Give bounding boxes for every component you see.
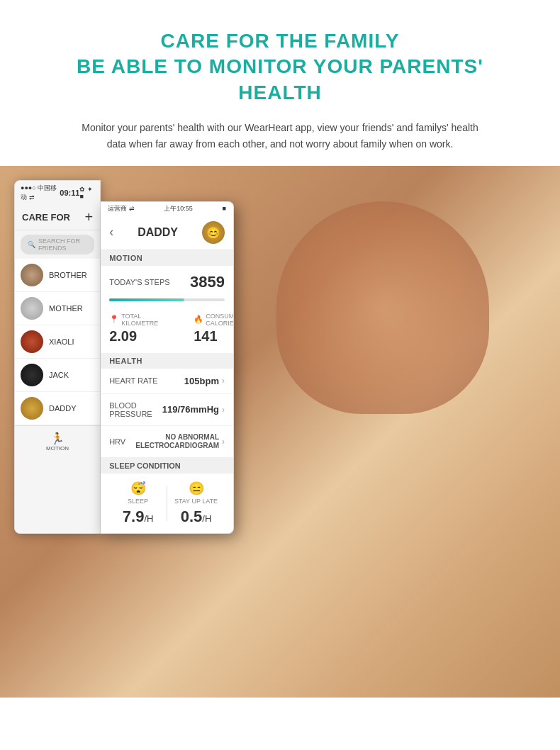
- stay-up-label: STAY UP LATE: [167, 498, 225, 505]
- main-content: ●●●○ 中国移动 ⇌ 09:11 ✿ ✦ ■ CARE FOR + 🔍 SEA…: [0, 166, 560, 698]
- list-item[interactable]: DADDY: [15, 392, 100, 425]
- daddy-avatar: [202, 221, 225, 244]
- chevron-right-icon: ›: [222, 376, 225, 386]
- contact-name: XIAOLI: [49, 337, 74, 346]
- calorie-value: 141: [194, 328, 234, 345]
- stay-up-icon: 😑: [167, 481, 225, 496]
- avatar: [21, 330, 43, 353]
- avatar: [21, 297, 43, 320]
- stats-row: 📍 TOTAL KILOMETRE 2.09 🔥 CONSUME: [101, 307, 233, 353]
- hrv-label: HRV: [109, 437, 125, 446]
- heart-rate-row[interactable]: HEART RATE 105bpm ›: [101, 369, 233, 394]
- stay-up-value: 0.5/H: [167, 508, 225, 526]
- title-line2: BE ABLE TO MONITOR YOUR PARENTS' HEALTH: [77, 55, 483, 103]
- detail-time: 上午10:55: [164, 204, 193, 213]
- blood-pressure-label: BLOOD PRESSURE: [109, 401, 162, 418]
- sleep-section-label: SLEEP CONDITION: [101, 458, 233, 474]
- list-item[interactable]: MOTHER: [15, 292, 100, 325]
- page-title: CARE FOR THE FAMILY BE ABLE TO MONITOR Y…: [43, 28, 517, 106]
- contact-list: BROTHER MOTHER XIAOLI JACK DADDY: [15, 259, 100, 425]
- list-item[interactable]: XIAOLI: [15, 325, 100, 359]
- detail-status-icons: ■: [223, 205, 226, 212]
- hrv-row[interactable]: HRV NO ABNORMALELECTROCARDIOGRAM ›: [101, 426, 233, 458]
- progress-bar-container: [101, 298, 233, 307]
- steps-label: TODAY'S STEPS: [109, 278, 169, 286]
- header-subtitle: Monitor your parents' health with our We…: [74, 120, 486, 152]
- motion-icon: 🏃: [46, 432, 69, 445]
- phone-container: ●●●○ 中国移动 ⇌ 09:11 ✿ ✦ ■ CARE FOR + 🔍 SEA…: [14, 180, 234, 534]
- status-time: 09:11: [60, 189, 79, 197]
- sleep-label: SLEEP: [109, 498, 167, 505]
- sleep-icon: 😴: [109, 481, 167, 496]
- detail-title: DADDY: [138, 226, 178, 239]
- location-icon: 📍: [109, 315, 119, 324]
- nav-title: CARE FOR: [22, 212, 70, 223]
- health-section-label: HEALTH: [101, 353, 233, 369]
- kilometre-value: 2.09: [109, 328, 158, 345]
- steps-row: TODAY'S STEPS 3859: [101, 266, 233, 298]
- blood-pressure-row[interactable]: BLOOD PRESSURE 119/76mmHg ›: [101, 394, 233, 426]
- avatar: [21, 397, 43, 420]
- sleep-hours: 😴 SLEEP 7.9/H: [109, 481, 167, 526]
- hrv-text: NO ABNORMALELECTROCARDIOGRAM: [135, 433, 219, 450]
- header-section: CARE FOR THE FAMILY BE ABLE TO MONITOR Y…: [0, 0, 560, 166]
- progress-bar-background: [109, 298, 225, 301]
- motion-section-label: MOTION: [101, 250, 233, 266]
- search-icon: 🔍: [28, 241, 35, 248]
- steps-value: 3859: [190, 273, 225, 291]
- search-placeholder: SEARCH FOR FRIENDS: [38, 237, 87, 252]
- flame-icon: 🔥: [194, 315, 203, 324]
- stat-calorie: 🔥 CONSUME CALORIE 141: [194, 313, 234, 345]
- detail-carrier: 运营商 ⇌: [108, 204, 135, 213]
- phone-right: 运营商 ⇌ 上午10:55 ■ ‹ DADDY MOTION TODAY'S S…: [101, 201, 234, 534]
- contact-name: DADDY: [49, 404, 77, 413]
- chevron-right-icon: ›: [222, 405, 225, 415]
- stay-up-late: 😑 STAY UP LATE 0.5/H: [167, 481, 225, 526]
- contact-name: MOTHER: [49, 304, 83, 313]
- contact-name: BROTHER: [49, 271, 87, 279]
- heart-rate-label: HEART RATE: [109, 376, 157, 385]
- avatar: [21, 264, 43, 286]
- progress-bar-fill: [109, 298, 184, 301]
- status-bar-left: ●●●○ 中国移动 ⇌ 09:11 ✿ ✦ ■: [15, 181, 100, 205]
- back-button[interactable]: ‹: [109, 225, 113, 240]
- sleep-data-row: 😴 SLEEP 7.9/H 😑 STAY UP LATE 0.5/H: [101, 474, 233, 533]
- detail-header: ‹ DADDY: [101, 216, 233, 250]
- title-line1: CARE FOR THE FAMILY: [161, 30, 400, 52]
- list-item[interactable]: JACK: [15, 359, 100, 392]
- detail-status-bar: 运营商 ⇌ 上午10:55 ■: [101, 202, 233, 216]
- bottom-nav: 🏃 MOTION: [15, 425, 100, 457]
- hrv-value: NO ABNORMALELECTROCARDIOGRAM ›: [135, 433, 225, 450]
- phone-left: ●●●○ 中国移动 ⇌ 09:11 ✿ ✦ ■ CARE FOR + 🔍 SEA…: [14, 180, 101, 534]
- heart-rate-value: 105bpm ›: [184, 376, 225, 386]
- stat-kilometre: 📍 TOTAL KILOMETRE 2.09: [109, 313, 158, 345]
- motion-label: MOTION: [46, 445, 69, 452]
- add-button[interactable]: +: [84, 209, 93, 225]
- list-item[interactable]: BROTHER: [15, 259, 100, 292]
- blood-pressure-value: 119/76mmHg ›: [162, 404, 225, 415]
- contact-name: JACK: [49, 371, 69, 379]
- avatar: [21, 364, 43, 386]
- status-icons: ✿ ✦ ■: [79, 186, 94, 200]
- search-bar[interactable]: 🔍 SEARCH FOR FRIENDS: [21, 235, 94, 254]
- chevron-right-icon: ›: [222, 437, 225, 447]
- phone-nav: CARE FOR +: [15, 205, 100, 230]
- sleep-value: 7.9/H: [109, 508, 167, 526]
- status-carrier: ●●●○ 中国移动 ⇌: [21, 184, 60, 202]
